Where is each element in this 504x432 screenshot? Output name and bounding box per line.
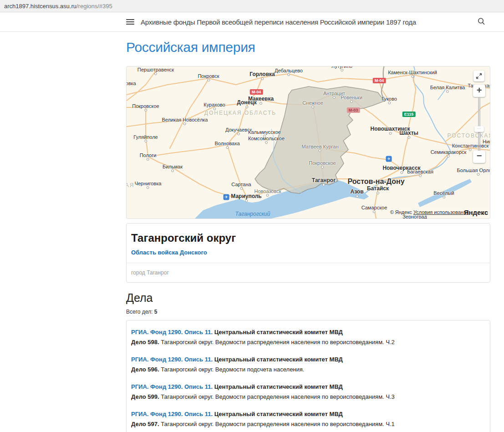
copyright-text: © Яндекс <box>390 209 412 215</box>
case-item: РГИА. Фонд 1290. Опись 11. Центральный с… <box>131 410 485 428</box>
case-number: Дело 597. <box>131 421 159 427</box>
browser-url-bar[interactable]: arch1897.histcensus.asu.ru/regions/#395 <box>0 0 504 12</box>
case-description: Таганрогский округ. Ведомости подсчета н… <box>159 366 305 373</box>
zoom-out-button[interactable]: − <box>473 151 485 163</box>
page-title: Российская империя <box>126 40 490 55</box>
map-canvas <box>127 66 490 219</box>
map-copyright: © Яндекс Условия использования <box>390 209 469 215</box>
fullscreen-button[interactable] <box>473 71 484 81</box>
cases-total-value: 5 <box>154 309 158 315</box>
expand-icon <box>476 73 482 79</box>
case-number: Дело 599. <box>131 393 159 400</box>
case-organization: Центральный статистический комитет МВД <box>213 329 343 335</box>
cases-list: РГИА. Фонд 1290. Опись 11. Центральный с… <box>126 320 490 432</box>
app-header: Архивные фонды Первой всеобщей переписи … <box>0 12 504 32</box>
case-organization: Центральный статистический комитет МВД <box>213 356 343 363</box>
airport-icon: ✈ <box>386 156 392 162</box>
case-archive-link[interactable]: РГИА. Фонд 1290. Опись 11. <box>131 383 213 390</box>
zoom-slider-track[interactable] <box>478 97 480 151</box>
case-description: Таганрогский округ. Ведомости распределе… <box>159 339 395 346</box>
yandex-map[interactable]: ПершотравенскПокровскГорловкаДебальцевоВ… <box>126 66 490 219</box>
url-path: /regions/#395 <box>76 3 112 10</box>
airport-icon: ✈ <box>224 194 229 200</box>
case-description: Таганрогский округ. Ведомости распределе… <box>159 421 395 427</box>
case-archive-link[interactable]: РГИА. Фонд 1290. Опись 11. <box>131 356 213 363</box>
case-description: Таганрогский округ. Ведомости распределе… <box>159 393 395 400</box>
divider <box>127 263 490 263</box>
cases-total: Всего дел: 5 <box>126 309 490 315</box>
case-organization: Центральный статистический комитет МВД <box>213 383 343 390</box>
parent-region-link[interactable]: Область войска Донского <box>131 249 207 256</box>
region-title: Таганрогский округ <box>131 232 485 244</box>
case-archive-link[interactable]: РГИА. Фонд 1290. Опись 11. <box>131 411 213 417</box>
case-item: РГИА. Фонд 1290. Опись 11. Центральный с… <box>131 356 485 373</box>
hamburger-icon[interactable] <box>126 19 134 25</box>
url-domain: arch1897.histcensus.asu.ru <box>4 3 76 10</box>
terms-link[interactable]: Условия использования <box>413 209 469 215</box>
case-item: РГИА. Фонд 1290. Опись 11. Центральный с… <box>131 383 485 401</box>
cases-heading: Дела <box>126 291 490 305</box>
case-organization: Центральный статистический комитет МВД <box>213 411 343 417</box>
zoom-slider-handle[interactable]: ··· <box>474 126 484 132</box>
case-number: Дело 596. <box>131 366 159 373</box>
zoom-in-button[interactable]: + <box>473 85 485 97</box>
yandex-logo[interactable]: Яндекс <box>464 208 488 216</box>
region-subtitle: город Таганрог <box>131 269 485 276</box>
region-card: Таганрогский округ Область войска Донско… <box>126 223 490 283</box>
search-icon[interactable] <box>477 17 487 27</box>
site-title: Архивные фонды Первой всеобщей переписи … <box>141 18 416 26</box>
case-archive-link[interactable]: РГИА. Фонд 1290. Опись 11. <box>131 329 213 335</box>
case-number: Дело 598. <box>131 339 159 346</box>
case-item: РГИА. Фонд 1290. Опись 11. Центральный с… <box>131 328 485 346</box>
